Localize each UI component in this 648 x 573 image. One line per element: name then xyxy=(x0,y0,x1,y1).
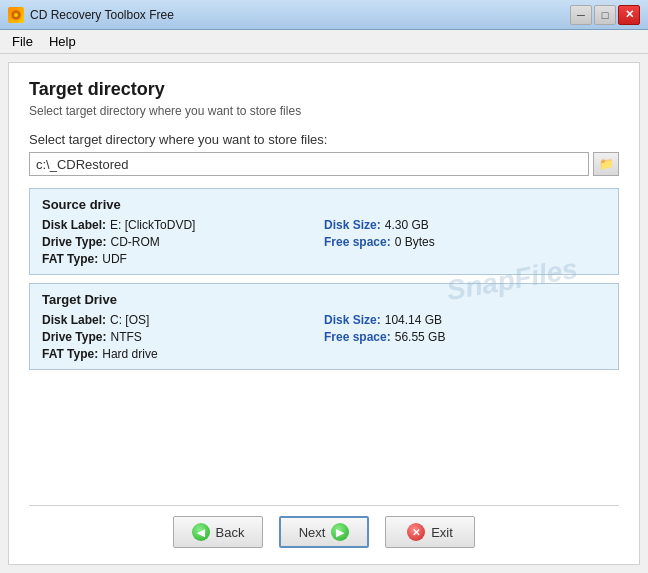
back-button[interactable]: ◀ Back xyxy=(173,516,263,548)
page-title: Target directory xyxy=(29,79,619,100)
window-title: CD Recovery Toolbox Free xyxy=(30,8,174,22)
target-free-space-value: 56.55 GB xyxy=(395,330,446,344)
source-free-space-row: Free space: 0 Bytes xyxy=(324,235,606,249)
exit-icon: ✕ xyxy=(407,523,425,541)
title-bar: CD Recovery Toolbox Free ─ □ ✕ xyxy=(0,0,648,30)
exit-button[interactable]: ✕ Exit xyxy=(385,516,475,548)
next-icon: ▶ xyxy=(331,523,349,541)
footer: ◀ Back Next ▶ ✕ Exit xyxy=(29,505,619,548)
next-label: Next xyxy=(299,525,326,540)
source-drive-type-key: Drive Type: xyxy=(42,235,106,249)
target-disk-size-row: Disk Size: 104.14 GB xyxy=(324,313,606,327)
back-icon: ◀ xyxy=(192,523,210,541)
source-disk-label-value: E: [ClickToDVD] xyxy=(110,218,195,232)
page-subtitle: Select target directory where you want t… xyxy=(29,104,619,118)
source-disk-label-key: Disk Label: xyxy=(42,218,106,232)
svg-point-1 xyxy=(14,13,18,17)
source-drive-type-row: Drive Type: CD-ROM xyxy=(42,235,324,249)
source-disk-size-row: Disk Size: 4.30 GB xyxy=(324,218,606,232)
maximize-button[interactable]: □ xyxy=(594,5,616,25)
folder-icon: 📁 xyxy=(599,157,614,171)
target-disk-label-row: Disk Label: C: [OS] xyxy=(42,313,324,327)
source-disk-size-value: 4.30 GB xyxy=(385,218,429,232)
title-bar-left: CD Recovery Toolbox Free xyxy=(8,7,174,23)
target-drive-title: Target Drive xyxy=(42,292,606,307)
menu-file[interactable]: File xyxy=(4,32,41,51)
next-button[interactable]: Next ▶ xyxy=(279,516,369,548)
back-label: Back xyxy=(216,525,245,540)
title-bar-buttons: ─ □ ✕ xyxy=(570,5,640,25)
target-drive-type-key: Drive Type: xyxy=(42,330,106,344)
target-fat-type-row: FAT Type: Hard drive xyxy=(42,347,324,361)
target-disk-label-key: Disk Label: xyxy=(42,313,106,327)
source-free-space-value: 0 Bytes xyxy=(395,235,435,249)
source-drive-type-value: CD-ROM xyxy=(110,235,159,249)
app-icon xyxy=(8,7,24,23)
minimize-button[interactable]: ─ xyxy=(570,5,592,25)
source-drive-title: Source drive xyxy=(42,197,606,212)
source-disk-label-row: Disk Label: E: [ClickToDVD] xyxy=(42,218,324,232)
target-drive-type-value: NTFS xyxy=(110,330,141,344)
target-free-space-key: Free space: xyxy=(324,330,391,344)
menu-bar: File Help xyxy=(0,30,648,54)
directory-input[interactable] xyxy=(29,152,589,176)
source-disk-size-key: Disk Size: xyxy=(324,218,381,232)
target-fat-type-key: FAT Type: xyxy=(42,347,98,361)
target-drive-type-row: Drive Type: NTFS xyxy=(42,330,324,344)
exit-label: Exit xyxy=(431,525,453,540)
main-content: Target directory Select target directory… xyxy=(8,62,640,565)
source-fat-type-key: FAT Type: xyxy=(42,252,98,266)
field-label: Select target directory where you want t… xyxy=(29,132,619,147)
target-disk-size-value: 104.14 GB xyxy=(385,313,442,327)
target-disk-size-key: Disk Size: xyxy=(324,313,381,327)
target-disk-label-value: C: [OS] xyxy=(110,313,149,327)
browse-button[interactable]: 📁 xyxy=(593,152,619,176)
source-fat-type-value: UDF xyxy=(102,252,127,266)
menu-help[interactable]: Help xyxy=(41,32,84,51)
close-button[interactable]: ✕ xyxy=(618,5,640,25)
target-drive-panel: SnapFiles Target Drive Disk Label: C: [O… xyxy=(29,283,619,370)
source-drive-grid: Disk Label: E: [ClickToDVD] Disk Size: 4… xyxy=(42,218,606,266)
source-drive-panel: Source drive Disk Label: E: [ClickToDVD]… xyxy=(29,188,619,275)
source-free-space-key: Free space: xyxy=(324,235,391,249)
directory-row: 📁 xyxy=(29,152,619,176)
source-fat-type-row: FAT Type: UDF xyxy=(42,252,324,266)
target-drive-grid: Disk Label: C: [OS] Disk Size: 104.14 GB… xyxy=(42,313,606,361)
target-free-space-row: Free space: 56.55 GB xyxy=(324,330,606,344)
target-fat-type-value: Hard drive xyxy=(102,347,157,361)
